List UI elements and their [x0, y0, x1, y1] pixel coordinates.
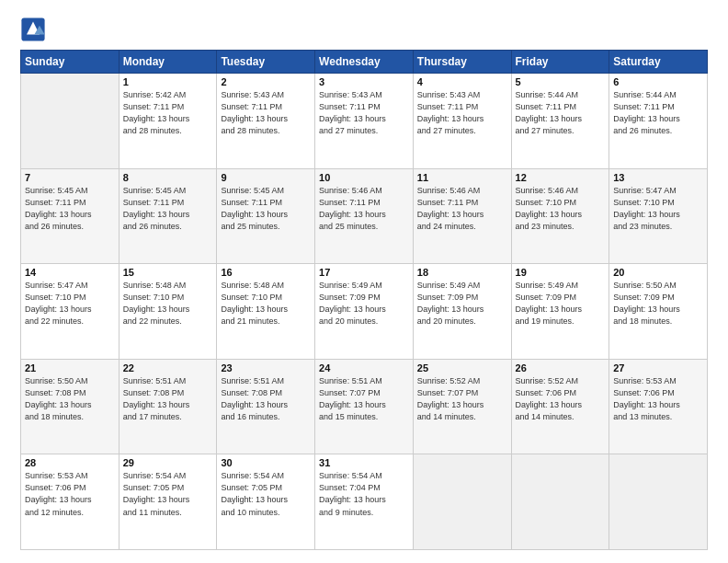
day-info: Sunrise: 5:46 AM Sunset: 7:10 PM Dayligh… [516, 185, 606, 233]
day-info: Sunrise: 5:43 AM Sunset: 7:11 PM Dayligh… [417, 89, 507, 137]
day-cell [511, 454, 609, 550]
day-cell [609, 454, 708, 550]
col-header-friday: Friday [511, 51, 609, 74]
day-info: Sunrise: 5:42 AM Sunset: 7:11 PM Dayligh… [123, 89, 213, 137]
day-cell: 8Sunrise: 5:45 AM Sunset: 7:11 PM Daylig… [119, 168, 217, 264]
header-row: SundayMondayTuesdayWednesdayThursdayFrid… [21, 51, 708, 74]
day-cell: 28Sunrise: 5:53 AM Sunset: 7:06 PM Dayli… [21, 454, 119, 550]
day-cell: 6Sunrise: 5:44 AM Sunset: 7:11 PM Daylig… [609, 74, 708, 169]
col-header-saturday: Saturday [609, 51, 708, 74]
col-header-tuesday: Tuesday [217, 51, 315, 74]
day-cell: 31Sunrise: 5:54 AM Sunset: 7:04 PM Dayli… [315, 454, 414, 550]
col-header-monday: Monday [119, 51, 217, 74]
day-cell [21, 74, 119, 169]
day-info: Sunrise: 5:45 AM Sunset: 7:11 PM Dayligh… [25, 185, 115, 233]
day-info: Sunrise: 5:49 AM Sunset: 7:09 PM Dayligh… [516, 280, 606, 327]
day-number: 24 [319, 362, 409, 373]
logo-icon [20, 17, 46, 42]
week-row-1: 1Sunrise: 5:42 AM Sunset: 7:11 PM Daylig… [21, 74, 708, 169]
day-cell [413, 454, 511, 550]
day-info: Sunrise: 5:51 AM Sunset: 7:08 PM Dayligh… [123, 375, 213, 423]
day-info: Sunrise: 5:48 AM Sunset: 7:10 PM Dayligh… [123, 280, 213, 327]
day-cell: 12Sunrise: 5:46 AM Sunset: 7:10 PM Dayli… [511, 168, 609, 264]
day-cell: 5Sunrise: 5:44 AM Sunset: 7:11 PM Daylig… [511, 74, 609, 169]
day-cell: 18Sunrise: 5:49 AM Sunset: 7:09 PM Dayli… [413, 264, 511, 360]
day-cell: 17Sunrise: 5:49 AM Sunset: 7:09 PM Dayli… [315, 264, 414, 360]
day-number: 18 [417, 267, 507, 278]
day-cell: 29Sunrise: 5:54 AM Sunset: 7:05 PM Dayli… [119, 454, 217, 550]
day-number: 22 [123, 362, 213, 373]
day-cell: 7Sunrise: 5:45 AM Sunset: 7:11 PM Daylig… [21, 168, 119, 264]
day-number: 15 [123, 267, 213, 278]
day-info: Sunrise: 5:46 AM Sunset: 7:11 PM Dayligh… [319, 185, 409, 233]
day-info: Sunrise: 5:45 AM Sunset: 7:11 PM Dayligh… [221, 185, 311, 233]
calendar-body: 1Sunrise: 5:42 AM Sunset: 7:11 PM Daylig… [21, 74, 708, 550]
week-row-3: 14Sunrise: 5:47 AM Sunset: 7:10 PM Dayli… [21, 264, 708, 360]
day-info: Sunrise: 5:52 AM Sunset: 7:07 PM Dayligh… [417, 375, 507, 423]
day-info: Sunrise: 5:44 AM Sunset: 7:11 PM Dayligh… [516, 89, 606, 137]
day-cell: 22Sunrise: 5:51 AM Sunset: 7:08 PM Dayli… [119, 359, 217, 454]
day-info: Sunrise: 5:51 AM Sunset: 7:08 PM Dayligh… [221, 375, 311, 423]
day-cell: 25Sunrise: 5:52 AM Sunset: 7:07 PM Dayli… [413, 359, 511, 454]
day-number: 17 [319, 267, 409, 278]
day-info: Sunrise: 5:44 AM Sunset: 7:11 PM Dayligh… [613, 89, 703, 137]
day-number: 20 [613, 267, 703, 278]
day-cell: 16Sunrise: 5:48 AM Sunset: 7:10 PM Dayli… [217, 264, 315, 360]
day-info: Sunrise: 5:46 AM Sunset: 7:11 PM Dayligh… [417, 185, 507, 233]
day-info: Sunrise: 5:45 AM Sunset: 7:11 PM Dayligh… [123, 185, 213, 233]
day-number: 11 [417, 172, 507, 183]
day-cell: 11Sunrise: 5:46 AM Sunset: 7:11 PM Dayli… [413, 168, 511, 264]
day-info: Sunrise: 5:54 AM Sunset: 7:05 PM Dayligh… [123, 470, 213, 518]
day-number: 16 [221, 267, 311, 278]
day-cell: 30Sunrise: 5:54 AM Sunset: 7:05 PM Dayli… [217, 454, 315, 550]
day-number: 21 [25, 362, 115, 373]
day-cell: 27Sunrise: 5:53 AM Sunset: 7:06 PM Dayli… [609, 359, 708, 454]
day-info: Sunrise: 5:54 AM Sunset: 7:04 PM Dayligh… [319, 470, 409, 518]
day-number: 9 [221, 172, 311, 183]
day-info: Sunrise: 5:51 AM Sunset: 7:07 PM Dayligh… [319, 375, 409, 423]
day-number: 28 [25, 457, 115, 468]
day-number: 3 [319, 76, 409, 87]
logo [20, 17, 50, 42]
day-cell: 1Sunrise: 5:42 AM Sunset: 7:11 PM Daylig… [119, 74, 217, 169]
day-info: Sunrise: 5:49 AM Sunset: 7:09 PM Dayligh… [319, 280, 409, 327]
day-cell: 14Sunrise: 5:47 AM Sunset: 7:10 PM Dayli… [21, 264, 119, 360]
day-number: 23 [221, 362, 311, 373]
day-number: 13 [613, 172, 703, 183]
day-info: Sunrise: 5:53 AM Sunset: 7:06 PM Dayligh… [613, 375, 703, 423]
day-number: 14 [25, 267, 115, 278]
day-number: 6 [613, 76, 703, 87]
header [20, 17, 708, 42]
col-header-wednesday: Wednesday [315, 51, 414, 74]
day-cell: 2Sunrise: 5:43 AM Sunset: 7:11 PM Daylig… [217, 74, 315, 169]
day-number: 12 [516, 172, 606, 183]
day-number: 29 [123, 457, 213, 468]
calendar-header: SundayMondayTuesdayWednesdayThursdayFrid… [21, 51, 708, 74]
week-row-2: 7Sunrise: 5:45 AM Sunset: 7:11 PM Daylig… [21, 168, 708, 264]
day-cell: 15Sunrise: 5:48 AM Sunset: 7:10 PM Dayli… [119, 264, 217, 360]
col-header-thursday: Thursday [413, 51, 511, 74]
day-number: 10 [319, 172, 409, 183]
day-cell: 13Sunrise: 5:47 AM Sunset: 7:10 PM Dayli… [609, 168, 708, 264]
day-cell: 26Sunrise: 5:52 AM Sunset: 7:06 PM Dayli… [511, 359, 609, 454]
day-info: Sunrise: 5:52 AM Sunset: 7:06 PM Dayligh… [516, 375, 606, 423]
day-number: 30 [221, 457, 311, 468]
day-cell: 19Sunrise: 5:49 AM Sunset: 7:09 PM Dayli… [511, 264, 609, 360]
day-number: 2 [221, 76, 311, 87]
day-info: Sunrise: 5:48 AM Sunset: 7:10 PM Dayligh… [221, 280, 311, 327]
day-info: Sunrise: 5:43 AM Sunset: 7:11 PM Dayligh… [319, 89, 409, 137]
day-cell: 10Sunrise: 5:46 AM Sunset: 7:11 PM Dayli… [315, 168, 414, 264]
day-number: 31 [319, 457, 409, 468]
day-number: 19 [516, 267, 606, 278]
day-cell: 23Sunrise: 5:51 AM Sunset: 7:08 PM Dayli… [217, 359, 315, 454]
calendar-table: SundayMondayTuesdayWednesdayThursdayFrid… [20, 50, 708, 550]
day-cell: 4Sunrise: 5:43 AM Sunset: 7:11 PM Daylig… [413, 74, 511, 169]
day-number: 27 [613, 362, 703, 373]
day-info: Sunrise: 5:43 AM Sunset: 7:11 PM Dayligh… [221, 89, 311, 137]
week-row-4: 21Sunrise: 5:50 AM Sunset: 7:08 PM Dayli… [21, 359, 708, 454]
day-info: Sunrise: 5:50 AM Sunset: 7:09 PM Dayligh… [613, 280, 703, 327]
col-header-sunday: Sunday [21, 51, 119, 74]
day-cell: 3Sunrise: 5:43 AM Sunset: 7:11 PM Daylig… [315, 74, 414, 169]
day-info: Sunrise: 5:47 AM Sunset: 7:10 PM Dayligh… [613, 185, 703, 233]
day-cell: 24Sunrise: 5:51 AM Sunset: 7:07 PM Dayli… [315, 359, 414, 454]
